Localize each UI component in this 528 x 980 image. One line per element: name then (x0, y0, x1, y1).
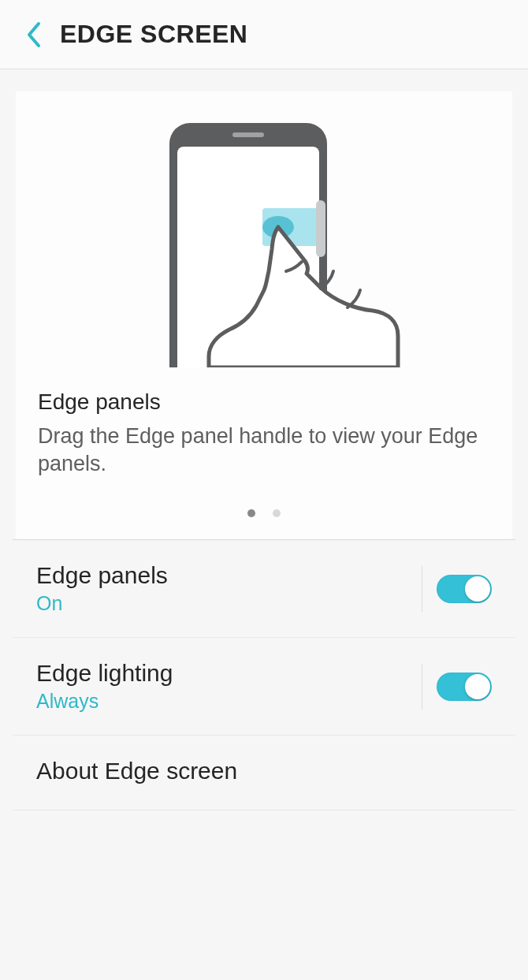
setting-about-edge-screen[interactable]: About Edge screen (13, 736, 515, 810)
setting-text: Edge lighting Always (36, 660, 414, 713)
divider (422, 566, 422, 612)
toggle-knob (465, 674, 490, 699)
svg-rect-5 (316, 200, 325, 257)
setting-title: Edge panels (36, 562, 414, 589)
setting-status: Always (36, 690, 414, 713)
page-indicator (16, 487, 512, 539)
setting-title: Edge lighting (36, 660, 414, 687)
edge-panels-toggle[interactable] (437, 575, 492, 603)
setting-edge-panels[interactable]: Edge panels On (13, 540, 515, 638)
edge-lighting-toggle[interactable] (437, 673, 492, 701)
card-title: Edge panels (16, 367, 512, 423)
setting-text: Edge panels On (36, 562, 414, 615)
page-dot[interactable] (273, 509, 281, 517)
settings-list: Edge panels On Edge lighting Always Abou… (13, 539, 515, 810)
toggle-knob (465, 576, 490, 602)
setting-status: On (36, 592, 414, 615)
card-description: Drag the Edge panel handle to view your … (16, 423, 512, 487)
header-bar: EDGE SCREEN (0, 0, 528, 69)
back-button[interactable] (9, 0, 57, 69)
setting-title: About Edge screen (36, 758, 492, 784)
page-dot[interactable] (247, 509, 255, 517)
info-card: Edge panels Drag the Edge panel handle t… (16, 91, 512, 539)
setting-text: About Edge screen (36, 758, 492, 788)
divider (422, 664, 422, 710)
page-title: EDGE SCREEN (60, 20, 247, 49)
svg-rect-2 (232, 132, 264, 137)
setting-edge-lighting[interactable]: Edge lighting Always (13, 638, 515, 736)
edge-panel-illustration (16, 91, 512, 367)
chevron-left-icon (24, 20, 42, 49)
